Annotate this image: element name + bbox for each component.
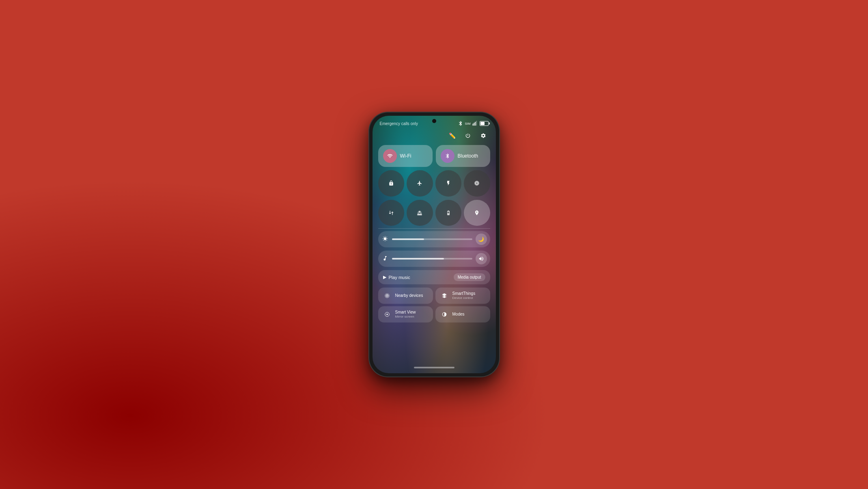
power-saving-button[interactable] xyxy=(435,200,462,226)
phone: Emergency calls only SIM xyxy=(369,113,499,376)
divider-1 xyxy=(378,228,490,229)
airplane-mode-button[interactable] xyxy=(407,170,433,197)
tiles-grid: Nearby devices SmartThings Device contro… xyxy=(378,288,490,322)
status-bar: Emergency calls only SIM xyxy=(373,116,496,129)
volume-track[interactable] xyxy=(392,258,472,260)
flashlight-button[interactable] xyxy=(435,170,462,197)
modes-text: Modes xyxy=(452,312,486,317)
svg-rect-1 xyxy=(474,123,474,125)
smart-view-tile[interactable]: Smart View Mirror screen xyxy=(378,306,433,322)
battery-fill xyxy=(480,122,485,125)
quick-settings: ✏️ Wi-Fi xyxy=(373,129,496,327)
power-button[interactable] xyxy=(463,130,473,141)
smartthings-subtitle: Device control xyxy=(452,296,486,300)
settings-button[interactable] xyxy=(478,130,489,141)
modes-icon xyxy=(439,309,449,319)
play-icon: ▶ xyxy=(383,275,386,280)
play-music-label: Play music xyxy=(389,275,410,280)
modes-title: Modes xyxy=(452,312,486,317)
bluetooth-status-icon xyxy=(458,121,463,126)
nfc-button[interactable] xyxy=(407,200,433,226)
brightness-track[interactable] xyxy=(392,238,472,240)
smart-view-title: Smart View xyxy=(395,310,429,315)
edit-button[interactable]: ✏️ xyxy=(447,130,458,141)
icon-grid-row1 xyxy=(378,170,490,197)
smart-view-text: Smart View Mirror screen xyxy=(395,310,429,319)
phone-screen: Emergency calls only SIM xyxy=(373,116,496,373)
data-transfer-button[interactable] xyxy=(378,200,405,226)
play-music-button[interactable]: ▶ Play music xyxy=(383,275,410,280)
bluetooth-icon-circle xyxy=(441,149,454,163)
svg-rect-2 xyxy=(475,122,476,125)
wifi-label: Wi-Fi xyxy=(400,153,411,159)
smartthings-icon xyxy=(439,291,449,301)
media-output-button[interactable]: Media output xyxy=(454,273,485,281)
volume-fill xyxy=(392,258,444,260)
toggle-row: Wi-Fi Bluetooth xyxy=(378,145,490,167)
wifi-icon-circle xyxy=(383,149,397,163)
svg-point-7 xyxy=(386,295,387,296)
bluetooth-label: Bluetooth xyxy=(458,153,478,159)
smart-view-subtitle: Mirror screen xyxy=(395,315,429,319)
nearby-devices-tile[interactable]: Nearby devices xyxy=(378,288,433,304)
status-right-icons: SIM xyxy=(458,121,489,126)
smart-view-icon xyxy=(382,309,392,319)
brightness-fill xyxy=(392,238,424,240)
home-bar xyxy=(414,367,454,368)
night-mode-button[interactable]: 🌙 xyxy=(476,234,487,245)
signal-icon xyxy=(472,121,478,126)
wifi-toggle[interactable]: Wi-Fi xyxy=(378,145,433,167)
smartthings-title: SmartThings xyxy=(452,291,486,296)
location-button[interactable] xyxy=(464,200,490,226)
brightness-icon xyxy=(381,236,389,243)
data-saver-button[interactable] xyxy=(464,170,490,197)
smartthings-tile[interactable]: SmartThings Device control xyxy=(435,288,490,304)
nearby-devices-title: Nearby devices xyxy=(395,293,429,298)
volume-button[interactable] xyxy=(476,253,487,264)
svg-rect-0 xyxy=(472,124,473,126)
svg-point-9 xyxy=(386,314,388,315)
phone-wrapper: Emergency calls only SIM xyxy=(369,113,499,376)
nearby-devices-icon xyxy=(382,291,392,301)
volume-slider-row[interactable] xyxy=(378,251,490,267)
sim-status-icon: SIM xyxy=(465,121,471,126)
action-row: ✏️ xyxy=(378,130,490,141)
modes-tile[interactable]: Modes xyxy=(435,306,490,322)
media-output-label: Media output xyxy=(458,275,481,279)
smartthings-text: SmartThings Device control xyxy=(452,291,486,300)
battery-icon xyxy=(480,121,489,126)
status-left-text: Emergency calls only xyxy=(380,121,418,126)
icon-grid-row2 xyxy=(378,200,490,226)
svg-rect-3 xyxy=(476,121,477,126)
media-row[interactable]: ▶ Play music Media output xyxy=(378,270,490,284)
bluetooth-toggle[interactable]: Bluetooth xyxy=(436,145,490,167)
music-icon xyxy=(381,255,389,262)
screen-lock-button[interactable] xyxy=(378,170,405,197)
brightness-slider-row[interactable]: 🌙 xyxy=(378,231,490,247)
nearby-devices-text: Nearby devices xyxy=(395,293,429,298)
